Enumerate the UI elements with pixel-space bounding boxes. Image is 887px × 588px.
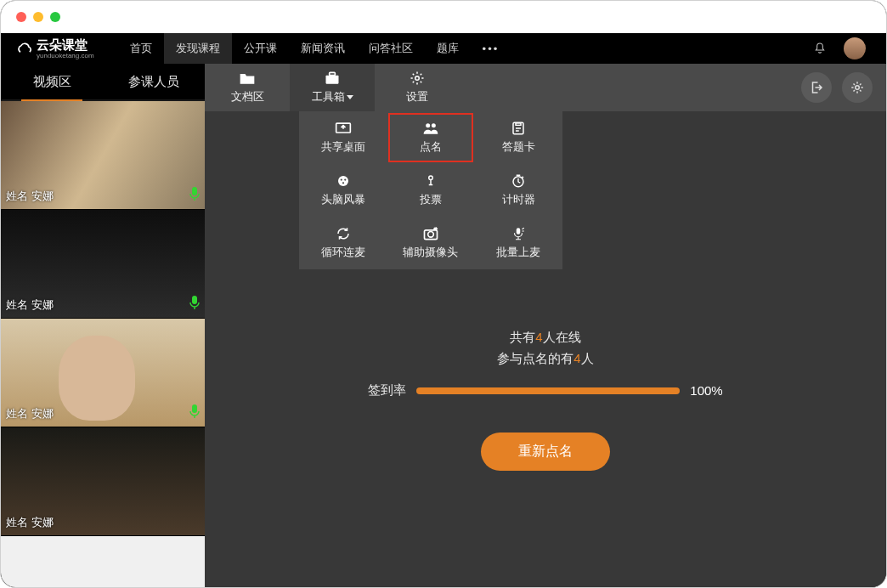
toolbar-right (801, 64, 886, 111)
signin-rate-fill (416, 387, 680, 394)
re-rollcall-button[interactable]: 重新点名 (481, 433, 610, 471)
participant-name: 姓名 安娜 (6, 515, 54, 530)
nav-exam[interactable]: 题库 (425, 33, 471, 64)
nav-open-class[interactable]: 公开课 (232, 33, 289, 64)
logo-subtext: yunduoketang.com (37, 52, 94, 59)
mic-icon (189, 187, 200, 201)
tool-toolbox[interactable]: 工具箱 (290, 64, 375, 111)
toolbox-dropdown: 共享桌面 点名 答题卡 头脑风暴 投票 计时器 循环连麦 辅助摄像头 (299, 111, 562, 269)
camera-icon (422, 226, 439, 241)
tool-aux-camera[interactable]: 辅助摄像头 (387, 217, 474, 269)
participant-name: 姓名 安娜 (6, 406, 54, 421)
svg-point-14 (342, 182, 344, 184)
cloud-icon (16, 41, 33, 56)
tool-settings-label: 设置 (406, 89, 428, 105)
svg-rect-0 (192, 187, 197, 195)
signin-rate-bar (416, 387, 680, 394)
tab-participants[interactable]: 参课人员 (103, 64, 205, 99)
exit-button[interactable] (801, 72, 832, 103)
video-tile[interactable]: 姓名 安娜 (1, 427, 205, 536)
svg-point-15 (429, 176, 433, 180)
tool-share-desktop[interactable]: 共享桌面 (299, 111, 387, 164)
sidebar-tabs: 视频区 参课人员 (1, 64, 205, 101)
tool-toolbox-label: 工具箱 (312, 89, 353, 105)
participated-count-line: 参与点名的有4人 (497, 351, 593, 367)
bell-icon[interactable] (813, 42, 827, 55)
timer-icon (510, 173, 527, 189)
video-tile[interactable]: 姓名 安娜 (1, 319, 205, 427)
mic-icon (189, 404, 200, 418)
top-nav: 云朵课堂 yunduoketang.com 首页 发现课程 公开课 新闻资讯 问… (1, 33, 886, 64)
svg-point-12 (340, 178, 342, 180)
brain-icon (335, 173, 352, 189)
chevron-down-icon (347, 95, 353, 99)
logo[interactable]: 云朵课堂 yunduoketang.com (16, 37, 94, 59)
tool-docs[interactable]: 文档区 (205, 64, 290, 111)
tool-timer[interactable]: 计时器 (475, 164, 562, 217)
svg-point-13 (344, 178, 346, 180)
gear-icon (850, 80, 865, 95)
batchmic-icon (510, 226, 527, 241)
video-list: 姓名 安娜 姓名 安娜 姓名 安娜 姓名 安娜 (1, 101, 205, 587)
nav-discover[interactable]: 发现课程 (164, 33, 232, 64)
video-tile[interactable]: 姓名 安娜 (1, 101, 205, 210)
minimize-dot[interactable] (33, 12, 43, 22)
svg-point-6 (856, 86, 860, 90)
tool-answer-card[interactable]: 答题卡 (475, 111, 562, 164)
tool-docs-label: 文档区 (231, 89, 264, 105)
svg-rect-20 (517, 228, 521, 235)
folder-icon (239, 71, 256, 86)
exit-icon (809, 80, 824, 95)
vote-icon (422, 173, 439, 189)
card-icon (510, 121, 527, 136)
tool-batch-mic[interactable]: 批量上麦 (475, 217, 562, 269)
people-icon (422, 121, 439, 136)
svg-point-11 (338, 176, 348, 186)
maximize-dot[interactable] (50, 12, 60, 22)
svg-point-18 (428, 232, 434, 238)
participant-name: 姓名 安娜 (6, 297, 54, 313)
svg-point-9 (432, 123, 436, 127)
avatar[interactable] (844, 37, 866, 59)
tool-rollcall[interactable]: 点名 (387, 111, 474, 164)
svg-rect-2 (192, 404, 197, 413)
nav-right (813, 37, 886, 59)
svg-rect-1 (192, 296, 197, 304)
svg-rect-4 (330, 72, 336, 75)
nav-items: 首页 发现课程 公开课 新闻资讯 问答社区 题库 ••• (118, 33, 511, 64)
online-count-line: 共有4人在线 (510, 330, 580, 346)
svg-point-5 (415, 76, 420, 81)
nav-news[interactable]: 新闻资讯 (289, 33, 357, 64)
share-icon (335, 121, 352, 136)
tool-brainstorm[interactable]: 头脑风暴 (299, 164, 387, 217)
logo-text: 云朵课堂 (37, 37, 88, 52)
video-tile[interactable]: 姓名 安娜 (1, 210, 205, 319)
mic-icon (189, 296, 200, 309)
window-titlebar (1, 1, 886, 33)
tool-vote[interactable]: 投票 (387, 164, 474, 217)
nav-home[interactable]: 首页 (118, 33, 164, 64)
settings-button[interactable] (842, 72, 873, 103)
tab-video[interactable]: 视频区 (1, 64, 103, 99)
loop-icon (335, 226, 352, 241)
tool-loop-mic[interactable]: 循环连麦 (299, 217, 387, 269)
participant-name: 姓名 安娜 (6, 189, 54, 204)
video-tile[interactable] (1, 536, 205, 587)
signin-rate-row: 签到率 100% (368, 382, 722, 399)
gear-icon (409, 71, 426, 86)
signin-rate-pct: 100% (690, 383, 722, 398)
toolbox-icon (324, 71, 341, 86)
main-toolbar: 文档区 工具箱 设置 (205, 64, 886, 111)
sidebar: 视频区 参课人员 姓名 安娜 姓名 安娜 姓名 安娜 (1, 64, 205, 587)
svg-rect-3 (326, 76, 339, 84)
svg-point-8 (426, 123, 430, 127)
nav-more[interactable]: ••• (471, 33, 511, 64)
close-dot[interactable] (16, 12, 26, 22)
signin-rate-label: 签到率 (368, 382, 406, 399)
nav-qa[interactable]: 问答社区 (357, 33, 425, 64)
app-window: 云朵课堂 yunduoketang.com 首页 发现课程 公开课 新闻资讯 问… (0, 0, 887, 588)
tool-settings[interactable]: 设置 (375, 64, 460, 111)
